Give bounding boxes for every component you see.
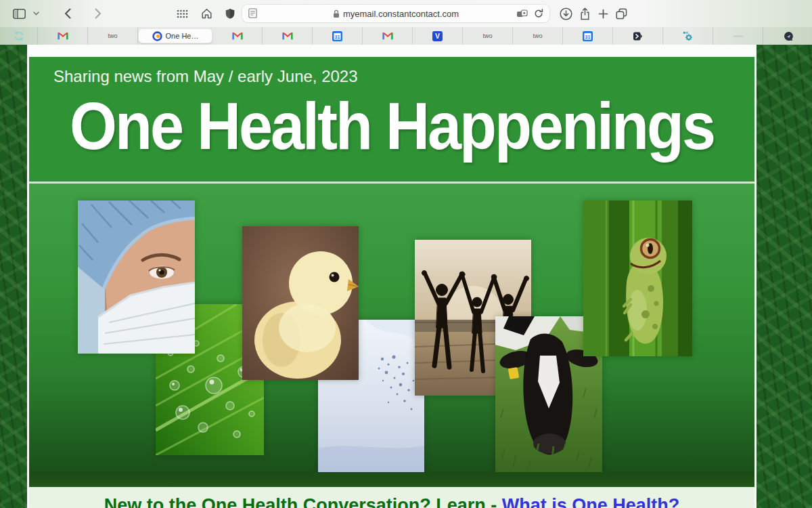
tab-v-site[interactable]: V [413,27,463,45]
tab-gmail-3[interactable] [263,27,313,45]
privacy-extension-button[interactable] [223,0,237,27]
new-tab-icon [598,9,608,19]
home-button[interactable] [199,0,214,27]
tab-groups-button[interactable] [175,0,189,27]
constant-contact-icon [152,31,162,41]
google-calendar-icon: 31 [583,31,593,41]
collage-photo-chick [242,226,359,380]
tab-calendar-2[interactable]: 31 [563,27,613,45]
newsletter-title: One Health Happenings [29,87,754,164]
newsletter-top-spacer [27,45,757,57]
back-button[interactable] [62,0,73,27]
sidebar-toggle-button[interactable] [11,0,27,27]
tab-two-2[interactable]: two [463,27,513,45]
page-actions-icon [516,9,528,18]
lock-icon [333,9,340,18]
blank-icon [733,35,744,37]
screenshot-root: { "browser": { "url": "myemail.constantc… [0,0,812,508]
intro-line: New to the One Health Conversation? Lear… [29,487,754,508]
share-button[interactable] [577,0,593,27]
share-icon [580,7,590,20]
email-right-margin [757,45,812,508]
chat-icon [784,31,794,41]
tab-overview-icon [616,8,627,20]
collage-bottom-band [29,472,754,487]
reload-button[interactable] [534,9,543,21]
new-tab-button[interactable] [595,0,611,27]
what-is-one-health-link[interactable]: What is One Health? [502,495,680,508]
tab-bar: two One He… 31 V two two 31 [0,27,812,45]
grid-icon [177,9,188,18]
newsletter-body: Sharing news from May / early June, 2023… [27,45,757,508]
downloads-button[interactable] [558,0,574,27]
tab-label: two [108,33,117,39]
tab-two-3[interactable]: two [513,27,563,45]
gmail-icon [232,32,243,40]
tab-overview-button[interactable] [613,0,629,27]
url-text: myemail.constantcontact.com [343,9,459,19]
tab-blank[interactable] [713,27,763,45]
tab-label: One He… [166,32,199,40]
gmail-icon [58,32,68,40]
calendar-date-text: 31 [585,34,591,39]
tab-one-health-active[interactable]: One He… [138,28,212,43]
tab-pinned-sync[interactable] [0,27,38,45]
home-icon [201,8,212,19]
url-display[interactable]: myemail.constantcontact.com [242,5,549,22]
tab-teal-settings[interactable] [663,27,713,45]
v-icon: V [432,31,443,41]
tab-gmail-4[interactable] [363,27,413,45]
reload-icon [534,9,543,18]
tab-two-1[interactable]: two [88,27,138,45]
tab-chat[interactable] [763,27,812,45]
tab-gmail-1[interactable] [38,27,88,45]
page-actions-button[interactable] [516,9,528,21]
tab-label: two [482,33,492,39]
download-icon [560,7,572,20]
chevron-down-icon [33,12,39,16]
calendar-date-text: 31 [335,34,340,39]
teal-gear-icon [683,31,693,41]
gmail-icon [282,32,293,40]
forward-button[interactable] [93,0,104,27]
one-health-collage [29,184,754,472]
gmail-icon [382,32,393,40]
intro-prefix-text: New to the One Health Conversation? Lear… [104,495,502,508]
sync-icon [14,30,24,41]
collage-photo-masked-clinician [78,200,195,354]
google-calendar-icon: 31 [332,31,342,41]
collage-photo-tree-frog [583,200,692,356]
shield-icon [225,8,235,19]
tab-gmail-2[interactable] [212,27,263,45]
email-left-margin [0,45,27,508]
browser-viewport: Sharing news from May / early June, 2023… [0,45,812,508]
sidebar-menu-button[interactable] [31,0,41,27]
browser-toolbar: myemail.constantcontact.com [0,0,812,28]
tab-dark-reader[interactable] [613,27,663,45]
tab-label: two [533,33,542,39]
dark-reader-icon [633,31,643,41]
back-icon [64,8,71,19]
forward-icon [95,8,102,19]
newsletter-header-banner: Sharing news from May / early June, 2023… [29,57,754,182]
address-bar[interactable]: myemail.constantcontact.com [242,5,549,22]
tab-calendar-1[interactable]: 31 [313,27,363,45]
sidebar-icon [13,9,26,19]
intro-strip: New to the One Health Conversation? Lear… [29,487,754,508]
newsletter-kicker: Sharing news from May / early June, 2023 [29,57,754,86]
v-letter-text: V [435,32,440,40]
